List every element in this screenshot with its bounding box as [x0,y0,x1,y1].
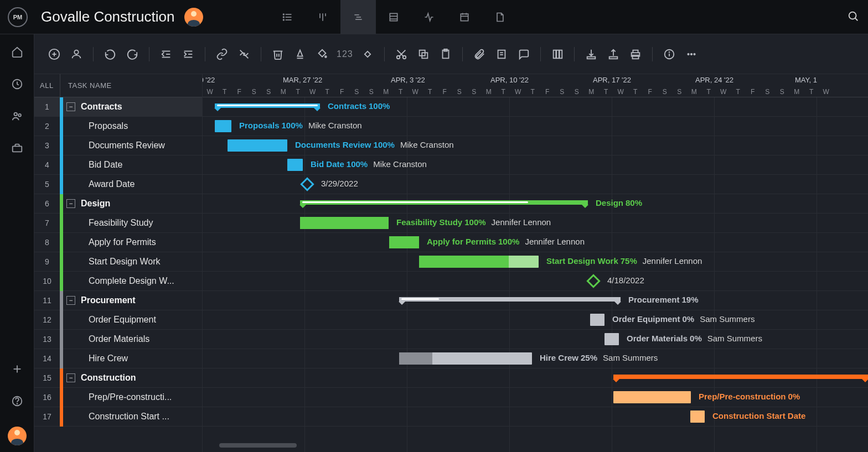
gantt-chart[interactable]: WTFSSMTWTFSSMTWTFSSMTWTFSSMTWTFSSMTWTFSS… [203,74,868,452]
help-icon[interactable] [11,394,24,408]
collapse-toggle[interactable]: − [66,102,75,111]
paste-button[interactable] [438,46,453,62]
import-button[interactable] [583,46,599,62]
task-row[interactable]: 15−Construction [34,368,202,388]
task-name-cell[interactable]: Construction Start ... [83,412,169,422]
add-icon[interactable] [11,362,24,376]
task-row[interactable]: 9Start Design Work [34,252,202,272]
notes-button[interactable] [494,46,509,62]
task-row[interactable]: 6−Design [34,194,202,214]
task-name-cell[interactable]: Order Equipment [83,315,156,325]
undo-button[interactable] [102,46,118,62]
task-name-cell[interactable]: Hire Crew [83,354,128,363]
task-bar[interactable] [690,411,705,423]
header-all[interactable]: ALL [34,81,60,90]
home-icon[interactable] [11,45,24,59]
milestone-button[interactable] [360,46,375,62]
info-button[interactable] [662,46,677,62]
task-name-cell[interactable]: Bid Date [83,160,122,170]
attachment-button[interactable] [472,46,487,62]
task-bar[interactable] [419,256,539,268]
task-row[interactable]: 10Complete Design W... [34,272,202,291]
task-bar[interactable] [590,314,604,326]
header-task-name[interactable]: TASK NAME [60,81,112,90]
task-bar[interactable] [300,217,389,229]
fill-color-button[interactable] [314,46,330,62]
task-name-cell[interactable]: Prep/Pre-constructi... [83,392,172,402]
more-button[interactable] [684,46,699,62]
collapse-toggle[interactable]: − [66,373,75,382]
view-tab-list[interactable] [270,0,305,34]
task-name-cell[interactable]: Award Date [83,179,135,189]
task-name-cell[interactable]: Design [75,199,110,209]
task-row[interactable]: 12Order Equipment [34,310,202,330]
add-task-button[interactable] [46,46,62,62]
milestone-icon[interactable] [300,177,314,191]
task-name-cell[interactable]: Start Design Work [83,257,161,267]
task-row[interactable]: 13Order Materials [34,330,202,349]
task-name-cell[interactable]: Construction [75,373,136,383]
task-name-cell[interactable]: Contracts [75,102,122,112]
app-logo[interactable]: PM [8,7,28,27]
text-color-button[interactable] [292,46,308,62]
task-bar[interactable] [215,120,231,132]
outdent-button[interactable] [158,46,174,62]
task-row[interactable]: 3Documents Review [34,136,202,155]
delete-button[interactable] [270,46,286,62]
task-bar[interactable] [613,391,691,403]
task-row[interactable]: 16Prep/Pre-constructi... [34,388,202,407]
view-tab-board[interactable] [305,0,340,34]
columns-button[interactable] [550,46,565,62]
view-tab-gantt[interactable] [340,0,376,34]
task-bar[interactable] [228,139,287,152]
summary-bar[interactable] [613,375,868,379]
print-button[interactable] [628,46,643,62]
task-row[interactable]: 8Apply for Permits [34,233,202,252]
task-row[interactable]: 5Award Date [34,175,202,194]
copy-button[interactable] [416,46,431,62]
task-row[interactable]: 17Construction Start ... [34,407,202,427]
cut-button[interactable] [394,46,409,62]
export-button[interactable] [606,46,621,62]
summary-bar[interactable] [300,200,588,205]
milestone-icon[interactable] [586,274,600,288]
view-tab-sheet[interactable] [376,0,411,34]
indent-button[interactable] [180,46,196,62]
team-icon[interactable] [11,110,24,123]
task-row[interactable]: 2Proposals [34,117,202,136]
horizontal-scrollbar[interactable] [219,443,297,448]
task-name-cell[interactable]: Procurement [75,295,136,305]
task-row[interactable]: 14Hire Crew [34,349,202,368]
task-bar[interactable] [399,352,532,365]
comment-button[interactable] [516,46,531,62]
view-tab-activity[interactable] [411,0,447,34]
task-row[interactable]: 11−Procurement [34,291,202,310]
redo-button[interactable] [125,46,140,62]
task-name-cell[interactable]: Complete Design W... [83,276,174,286]
link-button[interactable] [214,46,230,62]
search-icon[interactable] [847,10,859,24]
collapse-toggle[interactable]: − [66,199,75,208]
task-row[interactable]: 4Bid Date [34,155,202,175]
recent-icon[interactable] [11,77,24,91]
user-avatar[interactable] [8,427,27,445]
unlink-button[interactable] [236,46,252,62]
task-name-cell[interactable]: Order Materials [83,334,149,344]
task-row[interactable]: 7Feasibility Study [34,214,202,233]
portfolio-icon[interactable] [11,142,24,155]
task-name-cell[interactable]: Documents Review [83,141,165,150]
task-name-cell[interactable]: Proposals [83,121,128,131]
view-tab-files[interactable] [482,0,518,34]
summary-bar[interactable] [399,297,621,302]
task-name-cell[interactable]: Apply for Permits [83,237,156,247]
task-name-cell[interactable]: Feasibility Study [83,218,153,228]
summary-bar[interactable] [215,103,320,108]
collapse-toggle[interactable]: − [66,296,75,305]
project-owner-avatar[interactable] [184,8,203,27]
task-bar[interactable] [604,333,619,345]
task-row[interactable]: 1−Contracts [34,97,202,117]
assign-button[interactable] [69,46,84,62]
view-tab-calendar[interactable] [447,0,482,34]
task-bar[interactable] [287,159,303,171]
task-bar[interactable] [389,236,419,248]
